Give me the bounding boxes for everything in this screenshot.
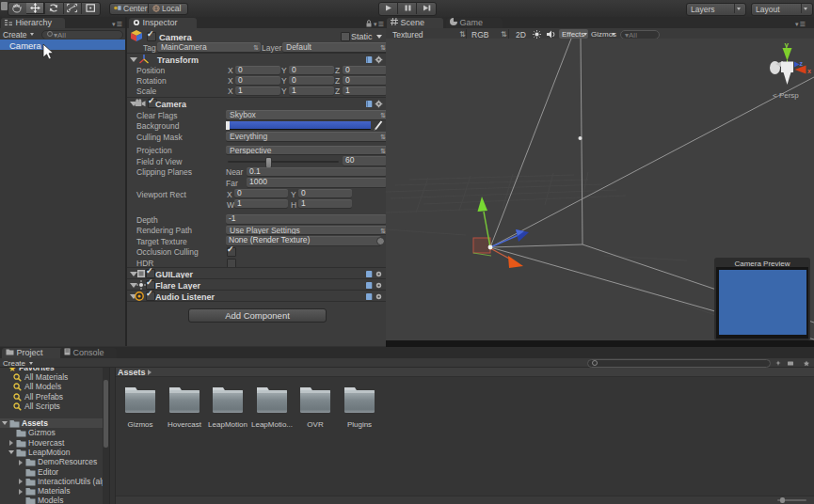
svg-text:y: y <box>785 40 790 49</box>
svg-text:< Persp: < Persp <box>773 91 799 100</box>
svg-text:z: z <box>800 60 804 67</box>
svg-text:x: x <box>807 68 811 74</box>
